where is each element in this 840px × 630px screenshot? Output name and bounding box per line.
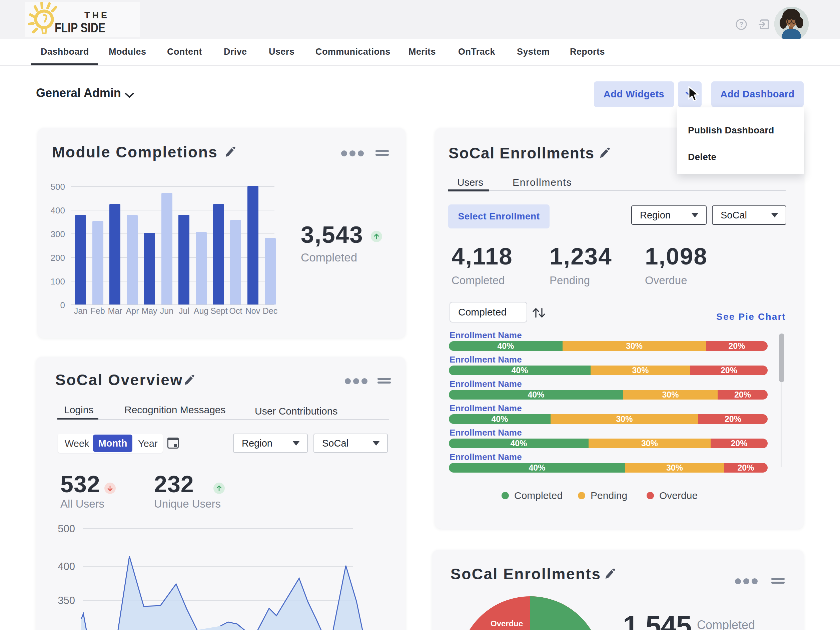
svg-text:FLIP SIDE: FLIP SIDE xyxy=(55,21,105,35)
svg-text:THE: THE xyxy=(84,10,109,21)
svg-text:?: ? xyxy=(739,21,743,28)
